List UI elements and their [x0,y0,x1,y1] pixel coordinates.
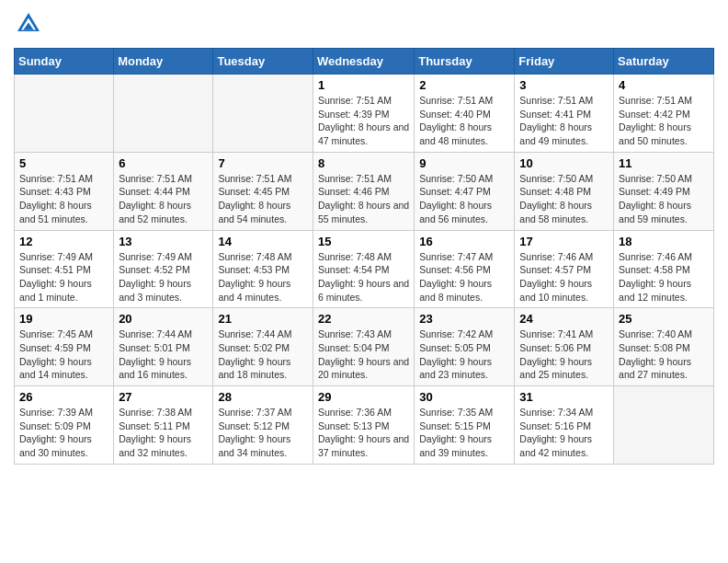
day-number: 10 [519,156,609,170]
calendar-cell: 27Sunrise: 7:38 AM Sunset: 5:11 PM Dayli… [114,386,213,465]
day-number: 30 [419,390,509,404]
day-number: 24 [519,312,609,326]
day-number: 9 [419,156,509,170]
calendar-cell: 10Sunrise: 7:50 AM Sunset: 4:48 PM Dayli… [515,152,614,230]
page-container: SundayMondayTuesdayWednesdayThursdayFrid… [0,0,728,474]
day-info: Sunrise: 7:39 AM Sunset: 5:09 PM Dayligh… [19,406,108,460]
day-number: 12 [19,235,108,248]
day-number: 22 [318,312,409,326]
day-number: 25 [619,312,709,326]
day-number: 1 [318,78,409,92]
calendar-cell: 30Sunrise: 7:35 AM Sunset: 5:15 PM Dayli… [415,386,515,465]
day-number: 7 [218,156,308,170]
day-number: 4 [619,78,709,92]
day-info: Sunrise: 7:44 AM Sunset: 5:02 PM Dayligh… [218,327,308,382]
day-info: Sunrise: 7:50 AM Sunset: 4:47 PM Dayligh… [419,172,509,226]
calendar-cell: 4Sunrise: 7:51 AM Sunset: 4:42 PM Daylig… [614,75,714,153]
calendar-cell: 7Sunrise: 7:51 AM Sunset: 4:45 PM Daylig… [213,152,313,230]
logo [14,9,47,39]
day-number: 6 [119,156,208,170]
day-info: Sunrise: 7:46 AM Sunset: 4:57 PM Dayligh… [519,250,609,304]
day-info: Sunrise: 7:50 AM Sunset: 4:49 PM Dayligh… [619,172,709,226]
day-info: Sunrise: 7:51 AM Sunset: 4:42 PM Dayligh… [619,94,709,148]
day-number: 14 [218,235,308,248]
calendar-cell: 18Sunrise: 7:46 AM Sunset: 4:58 PM Dayli… [614,230,714,308]
day-info: Sunrise: 7:51 AM Sunset: 4:45 PM Dayligh… [218,172,308,226]
calendar-cell [614,386,714,465]
calendar-cell [15,75,114,153]
day-info: Sunrise: 7:51 AM Sunset: 4:44 PM Dayligh… [119,172,208,226]
calendar-table: SundayMondayTuesdayWednesdayThursdayFrid… [14,48,714,465]
day-number: 29 [318,390,409,404]
day-number: 19 [19,312,108,326]
calendar-week-5: 26Sunrise: 7:39 AM Sunset: 5:09 PM Dayli… [15,386,714,465]
calendar-cell: 15Sunrise: 7:48 AM Sunset: 4:54 PM Dayli… [313,230,414,308]
calendar-cell: 11Sunrise: 7:50 AM Sunset: 4:49 PM Dayli… [614,152,714,230]
calendar-cell: 17Sunrise: 7:46 AM Sunset: 4:57 PM Dayli… [515,230,614,308]
calendar-header-monday: Monday [114,49,213,75]
calendar-header-wednesday: Wednesday [313,49,414,75]
calendar-week-2: 5Sunrise: 7:51 AM Sunset: 4:43 PM Daylig… [15,152,714,230]
calendar-cell: 3Sunrise: 7:51 AM Sunset: 4:41 PM Daylig… [515,75,614,153]
page-header [14,9,714,39]
day-number: 15 [318,235,409,248]
calendar-cell: 6Sunrise: 7:51 AM Sunset: 4:44 PM Daylig… [114,152,213,230]
day-number: 18 [619,235,709,248]
calendar-cell: 20Sunrise: 7:44 AM Sunset: 5:01 PM Dayli… [114,308,213,386]
calendar-header-row: SundayMondayTuesdayWednesdayThursdayFrid… [15,49,714,75]
day-number: 27 [119,390,208,404]
day-number: 3 [519,78,609,92]
day-number: 2 [419,78,509,92]
day-number: 28 [218,390,308,404]
calendar-cell: 26Sunrise: 7:39 AM Sunset: 5:09 PM Dayli… [15,386,114,465]
calendar-header-thursday: Thursday [415,49,515,75]
calendar-week-4: 19Sunrise: 7:45 AM Sunset: 4:59 PM Dayli… [15,308,714,386]
calendar-cell: 25Sunrise: 7:40 AM Sunset: 5:08 PM Dayli… [614,308,714,386]
day-info: Sunrise: 7:51 AM Sunset: 4:40 PM Dayligh… [419,94,509,148]
day-info: Sunrise: 7:42 AM Sunset: 5:05 PM Dayligh… [419,327,509,382]
day-number: 11 [619,156,709,170]
day-info: Sunrise: 7:46 AM Sunset: 4:58 PM Dayligh… [619,250,709,304]
calendar-cell [114,75,213,153]
calendar-cell: 8Sunrise: 7:51 AM Sunset: 4:46 PM Daylig… [313,152,414,230]
calendar-header-tuesday: Tuesday [213,49,313,75]
day-info: Sunrise: 7:35 AM Sunset: 5:15 PM Dayligh… [419,406,509,460]
day-info: Sunrise: 7:40 AM Sunset: 5:08 PM Dayligh… [619,327,709,382]
day-info: Sunrise: 7:48 AM Sunset: 4:53 PM Dayligh… [218,250,308,304]
day-info: Sunrise: 7:38 AM Sunset: 5:11 PM Dayligh… [119,406,208,460]
calendar-cell: 2Sunrise: 7:51 AM Sunset: 4:40 PM Daylig… [415,75,515,153]
calendar-header-sunday: Sunday [15,49,114,75]
calendar-cell: 9Sunrise: 7:50 AM Sunset: 4:47 PM Daylig… [415,152,515,230]
calendar-cell: 22Sunrise: 7:43 AM Sunset: 5:04 PM Dayli… [313,308,414,386]
day-info: Sunrise: 7:48 AM Sunset: 4:54 PM Dayligh… [318,250,409,304]
calendar-cell: 12Sunrise: 7:49 AM Sunset: 4:51 PM Dayli… [15,230,114,308]
day-info: Sunrise: 7:49 AM Sunset: 4:51 PM Dayligh… [19,250,108,304]
calendar-header-saturday: Saturday [614,49,714,75]
calendar-cell: 23Sunrise: 7:42 AM Sunset: 5:05 PM Dayli… [415,308,515,386]
day-info: Sunrise: 7:34 AM Sunset: 5:16 PM Dayligh… [519,406,609,460]
calendar-cell: 1Sunrise: 7:51 AM Sunset: 4:39 PM Daylig… [313,75,414,153]
calendar-cell: 5Sunrise: 7:51 AM Sunset: 4:43 PM Daylig… [15,152,114,230]
day-number: 5 [19,156,108,170]
day-number: 26 [19,390,108,404]
day-info: Sunrise: 7:49 AM Sunset: 4:52 PM Dayligh… [119,250,208,304]
day-info: Sunrise: 7:41 AM Sunset: 5:06 PM Dayligh… [519,327,609,382]
day-number: 16 [419,235,509,248]
day-number: 20 [119,312,208,326]
calendar-cell [213,75,313,153]
day-number: 17 [519,235,609,248]
day-info: Sunrise: 7:44 AM Sunset: 5:01 PM Dayligh… [119,327,208,382]
calendar-cell: 14Sunrise: 7:48 AM Sunset: 4:53 PM Dayli… [213,230,313,308]
calendar-cell: 16Sunrise: 7:47 AM Sunset: 4:56 PM Dayli… [415,230,515,308]
day-info: Sunrise: 7:37 AM Sunset: 5:12 PM Dayligh… [218,406,308,460]
day-number: 23 [419,312,509,326]
day-info: Sunrise: 7:47 AM Sunset: 4:56 PM Dayligh… [419,250,509,304]
calendar-cell: 19Sunrise: 7:45 AM Sunset: 4:59 PM Dayli… [15,308,114,386]
calendar-cell: 29Sunrise: 7:36 AM Sunset: 5:13 PM Dayli… [313,386,414,465]
day-info: Sunrise: 7:45 AM Sunset: 4:59 PM Dayligh… [19,327,108,382]
day-number: 21 [218,312,308,326]
day-info: Sunrise: 7:51 AM Sunset: 4:39 PM Dayligh… [318,94,409,148]
day-info: Sunrise: 7:50 AM Sunset: 4:48 PM Dayligh… [519,172,609,226]
day-info: Sunrise: 7:36 AM Sunset: 5:13 PM Dayligh… [318,406,409,460]
day-info: Sunrise: 7:51 AM Sunset: 4:43 PM Dayligh… [19,172,108,226]
